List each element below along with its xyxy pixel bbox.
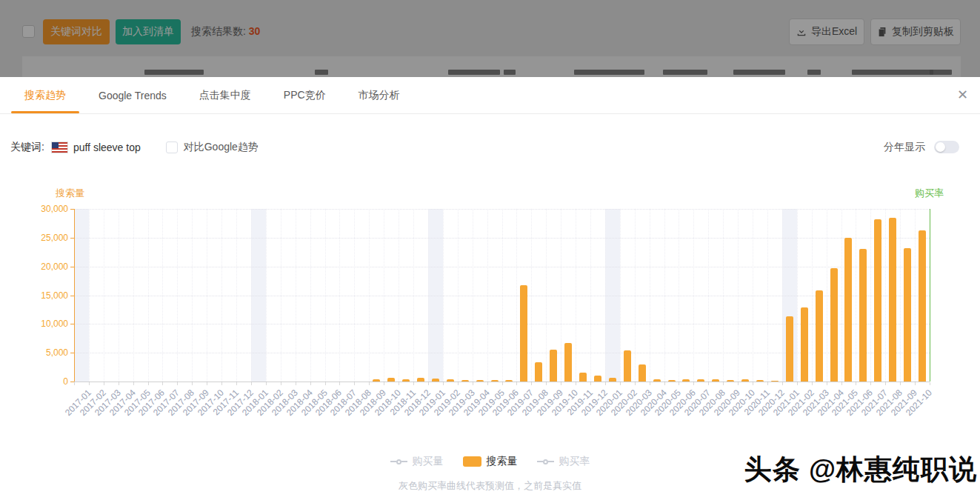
horizontal-gridline (74, 267, 930, 267)
x-axis-tick (561, 382, 561, 385)
x-axis-tick (605, 382, 606, 385)
x-axis-tick (870, 382, 871, 385)
x-axis-tick (148, 382, 149, 385)
y-axis-tick-label: 15,000 (24, 290, 68, 301)
legend-search-volume[interactable]: 搜索量 (463, 455, 518, 468)
tab-google-trends[interactable]: Google Trends (85, 77, 180, 113)
y-axis-tick-label: 30,000 (24, 204, 68, 214)
x-axis-tick (502, 382, 503, 385)
x-axis-tick (399, 382, 399, 385)
x-axis-tick (516, 382, 517, 385)
x-axis-tick (708, 382, 709, 385)
x-axis-tick (339, 382, 340, 385)
bar-marker-icon (463, 456, 481, 467)
x-axis-tick (531, 382, 532, 385)
horizontal-gridline (74, 209, 930, 210)
right-axis-title: 购买率 (915, 187, 944, 200)
x-axis-tick (693, 382, 694, 385)
y-axis-tick-label: 5,000 (24, 347, 68, 358)
x-axis-tick (119, 382, 119, 385)
x-axis (74, 382, 930, 382)
x-axis-tick (133, 382, 134, 385)
modal-backdrop[interactable] (0, 0, 980, 77)
legend-buy-rate[interactable]: 购买率 (537, 455, 590, 468)
bar-2019-09 (550, 350, 557, 382)
x-axis-tick (428, 382, 429, 385)
x-axis-tick (620, 382, 621, 385)
tab-click-concentration[interactable]: 点击集中度 (186, 77, 264, 113)
x-axis-tick (546, 382, 547, 385)
yearly-display-label: 分年显示 (884, 135, 925, 160)
bar-2021-05 (844, 238, 852, 382)
x-axis-tick (310, 382, 311, 385)
x-axis-tick (812, 382, 813, 385)
x-axis-tick (221, 382, 222, 385)
x-axis-tick (207, 382, 207, 385)
x-axis-tick (369, 382, 370, 385)
compare-google-label: 对比Google趋势 (184, 141, 259, 154)
bar-2019-12 (594, 376, 601, 382)
x-axis-tick (664, 382, 665, 385)
x-axis-tick (443, 382, 444, 385)
x-axis-tick (413, 382, 414, 385)
x-axis-tick (192, 382, 193, 385)
tab-ppc-bid[interactable]: PPC竞价 (270, 77, 339, 113)
tab-search-trend[interactable]: 搜索趋势 (11, 77, 79, 113)
x-axis-tick (251, 382, 252, 385)
x-axis-tick (915, 382, 916, 385)
x-axis-tick (856, 382, 856, 385)
tab-bar: 搜索趋势 Google Trends 点击集中度 PPC竞价 市场分析 ✕ (0, 77, 980, 114)
x-axis-tick (281, 382, 281, 385)
bar-2021-07 (874, 219, 881, 382)
keyword-row: 关键词: puff sleeve top 对比Google趋势 分年显示 (0, 135, 980, 160)
y-axis-tick-label: 0 (24, 376, 68, 387)
legend-buy-volume[interactable]: 购买量 (390, 455, 444, 468)
x-axis-tick (767, 382, 768, 385)
x-axis-tick (723, 382, 724, 385)
y-axis-tick-label: 10,000 (24, 319, 68, 329)
x-axis-tick (266, 382, 267, 385)
x-axis-tick (236, 382, 237, 385)
watermark: 头条 @林惠纯职说 (744, 451, 977, 488)
line-marker-icon (390, 459, 407, 464)
bar-2021-10 (919, 230, 926, 382)
search-volume-chart: 搜索量 购买率 05,00010,00015,00020,00025,00030… (0, 178, 980, 448)
x-axis-tick (458, 382, 459, 385)
tab-market-analysis[interactable]: 市场分析 (345, 77, 413, 113)
bar-2021-01 (786, 316, 793, 382)
bar-2019-10 (564, 343, 572, 382)
x-axis-tick (89, 382, 90, 385)
x-axis-tick (738, 382, 739, 385)
x-axis-tick (753, 382, 753, 385)
left-axis-title: 搜索量 (56, 187, 84, 200)
us-flag-icon (52, 142, 67, 153)
y-axis-tick-label: 25,000 (24, 233, 68, 243)
yearly-display-toggle[interactable] (934, 141, 959, 153)
x-axis-tick (296, 382, 296, 385)
right-y-axis (930, 209, 930, 382)
bar-2021-04 (830, 268, 838, 382)
close-icon[interactable]: ✕ (957, 87, 968, 103)
x-axis-tick (635, 382, 636, 385)
compare-google-checkbox[interactable] (166, 141, 178, 153)
x-axis-tick (104, 382, 104, 385)
x-axis-tick (797, 382, 798, 385)
x-axis-tick (177, 382, 178, 385)
left-y-axis (74, 209, 75, 382)
line-marker-icon (537, 459, 554, 464)
x-axis-tick (473, 382, 473, 385)
x-axis-tick (930, 382, 930, 385)
bar-2021-06 (859, 249, 867, 382)
x-axis-tick (384, 382, 384, 385)
bar-2021-09 (904, 248, 911, 382)
x-axis-tick (827, 382, 827, 385)
x-axis-tick (782, 382, 783, 385)
x-axis-tick (354, 382, 355, 385)
horizontal-gridline (74, 238, 930, 239)
y-axis-tick-label: 20,000 (24, 262, 68, 272)
bar-2020-02 (624, 350, 631, 382)
bar-2019-07 (520, 285, 527, 382)
x-axis-tick (162, 382, 163, 385)
x-axis-tick (900, 382, 901, 385)
bar-2019-08 (535, 362, 542, 382)
